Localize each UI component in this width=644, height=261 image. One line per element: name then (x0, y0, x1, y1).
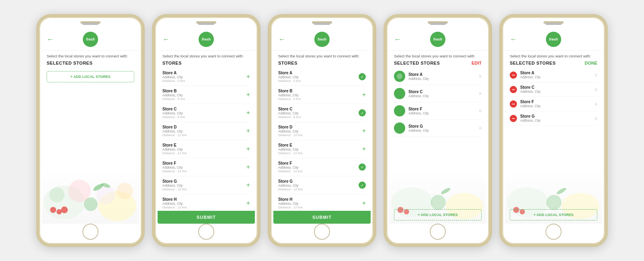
back-arrow-1[interactable]: ← (47, 35, 54, 44)
drag-handle[interactable]: ≡ (479, 91, 482, 96)
logo-text-3: fresh (318, 37, 326, 41)
phone-collection: ← fresh Select the local stores you want… (36, 14, 608, 247)
list-item: Store H Address, City Distance : 12 Km + (162, 194, 250, 211)
add-icon[interactable]: + (246, 163, 250, 171)
add-icon[interactable]: + (246, 73, 250, 80)
screen-content-5: Select the local stores you want to conn… (505, 51, 602, 224)
selected-list-5: − Store A Address, City ≡ − Store C A (505, 68, 602, 206)
section-title-1: SELECTED STORES (42, 60, 139, 68)
store-list-2: Store A Address, City Distance : 3 Km + … (158, 68, 255, 211)
phone-speaker-2 (198, 23, 214, 25)
logo-1: fresh (83, 32, 98, 47)
list-item: Store F Address, City Distance : 12 Km ✓ (278, 158, 366, 176)
list-item: Store H Address, City Distance : 12 Km + (278, 194, 366, 211)
store-avatar (394, 105, 405, 116)
subtitle-3: Select the local stores you want to conn… (273, 51, 371, 60)
back-arrow-5[interactable]: ← (510, 35, 517, 44)
add-icon[interactable]: + (362, 127, 366, 135)
drag-handle[interactable]: ≡ (479, 108, 482, 114)
add-icon[interactable]: + (246, 200, 250, 207)
add-icon[interactable]: + (246, 127, 250, 135)
inner-1: Select the local stores you want to conn… (42, 51, 139, 224)
done-button-5[interactable]: DONE (585, 61, 597, 65)
added-check-icon[interactable]: ✓ (359, 109, 366, 116)
list-item: Store E Address, City Distance : 12 Km + (162, 140, 250, 158)
logo-text-1: fresh (86, 37, 95, 41)
drag-handle[interactable]: ≡ (479, 73, 482, 79)
list-item: Store E Address, City Distance : 12 Km + (278, 140, 366, 158)
added-check-icon[interactable]: ✓ (359, 181, 366, 189)
drag-handle[interactable]: ≡ (595, 116, 597, 121)
logo-text-4: fresh (433, 37, 442, 41)
header-1: ← fresh (42, 29, 139, 51)
add-stores-btn-1[interactable]: + ADD LOCAL STORES (47, 71, 134, 82)
remove-icon[interactable]: − (510, 71, 517, 79)
phone-speaker-3 (314, 23, 330, 25)
back-arrow-3[interactable]: ← (278, 35, 285, 44)
drag-handle[interactable]: ≡ (595, 101, 597, 107)
section-title-5: SELECTED STORES (510, 61, 556, 65)
add-icon[interactable]: + (246, 181, 250, 189)
edit-button-4[interactable]: EDIT (472, 61, 482, 65)
phone-4: ← fresh Select the local stores you want… (384, 14, 492, 247)
drag-handle[interactable]: ≡ (479, 125, 482, 131)
add-icon[interactable]: + (246, 145, 250, 153)
store-icon (396, 73, 403, 80)
section-title-3: STORES (273, 60, 371, 68)
phone-2: ← fresh Select the local stores you want… (152, 14, 260, 247)
phone-speaker-1 (82, 23, 98, 25)
submit-button-2[interactable]: SUBMIT (158, 211, 255, 224)
drag-handle[interactable]: ≡ (595, 87, 597, 92)
back-arrow-2[interactable]: ← (162, 35, 170, 44)
logo-2: fresh (199, 32, 214, 47)
inner-2: Select the local stores you want to conn… (158, 51, 255, 211)
selected-list-4: Store A Address, City ≡ Store C Address,… (389, 68, 486, 206)
submit-button-3[interactable]: SUBMIT (273, 211, 371, 224)
list-item: Store F Address, City ≡ (394, 102, 482, 120)
add-stores-btn-5[interactable]: + ADD LOCAL STORES (510, 209, 597, 220)
list-item: Store D Address, City Distance : 12 Km + (278, 122, 366, 140)
remove-icon[interactable]: − (510, 86, 517, 93)
phone-screen-5: ← fresh Select the local stores you want… (505, 29, 602, 224)
add-icon[interactable]: + (362, 145, 366, 153)
back-arrow-4[interactable]: ← (394, 35, 401, 44)
added-check-icon[interactable]: ✓ (359, 73, 366, 80)
header-4: ← fresh (389, 29, 486, 51)
phone-screen-1: ← fresh Select the local stores you want… (42, 29, 139, 224)
remove-icon[interactable]: − (510, 115, 517, 122)
header-5: ← fresh (505, 29, 602, 51)
header-2: ← fresh (158, 29, 255, 51)
add-icon[interactable]: + (362, 91, 366, 98)
list-item: Store F Address, City Distance : 12 Km + (162, 158, 250, 176)
store-list-3: Store A Address, City Distance : 3 Km ✓ … (273, 68, 371, 211)
svg-point-12 (397, 73, 402, 79)
logo-5: fresh (546, 32, 561, 47)
list-item: Store G Address, City ≡ (394, 120, 482, 137)
inner-3: Select the local stores you want to conn… (273, 51, 371, 211)
list-item: Store C Address, City Distance : 8 Km + (162, 104, 250, 122)
screen-content-4: Select the local stores you want to conn… (389, 51, 486, 224)
phone-1: ← fresh Select the local stores you want… (36, 14, 145, 247)
added-check-icon[interactable]: ✓ (359, 163, 366, 171)
subtitle-2: Select the local stores you want to conn… (158, 51, 255, 60)
phone-screen-2: ← fresh Select the local stores you want… (158, 29, 255, 224)
list-item: Store C Address, City ≡ (394, 85, 482, 102)
add-icon[interactable]: + (246, 91, 250, 98)
phone-speaker-4 (430, 23, 446, 25)
list-item: Store A Address, City Distance : 3 Km ✓ (278, 68, 366, 86)
list-item: Store A Address, City ≡ (394, 68, 482, 85)
add-icon[interactable]: + (362, 200, 366, 207)
logo-text-2: fresh (202, 37, 211, 41)
section-title-4: SELECTED STORES (394, 61, 440, 65)
inner-5: Select the local stores you want to conn… (505, 51, 602, 224)
phone-5: ← fresh Select the local stores you want… (499, 14, 608, 247)
phone-screen-4: ← fresh Select the local stores you want… (389, 29, 486, 224)
store-avatar (394, 122, 405, 134)
screen-content-2: Select the local stores you want to conn… (158, 51, 255, 224)
add-stores-btn-4[interactable]: + ADD LOCAL STORES (394, 209, 482, 220)
subtitle-5: Select the local stores you want to conn… (505, 51, 602, 60)
drag-handle[interactable]: ≡ (595, 72, 597, 78)
remove-icon[interactable]: − (510, 100, 517, 108)
add-icon[interactable]: + (246, 109, 250, 116)
list-item: Store A Address, City Distance : 3 Km + (162, 68, 250, 86)
